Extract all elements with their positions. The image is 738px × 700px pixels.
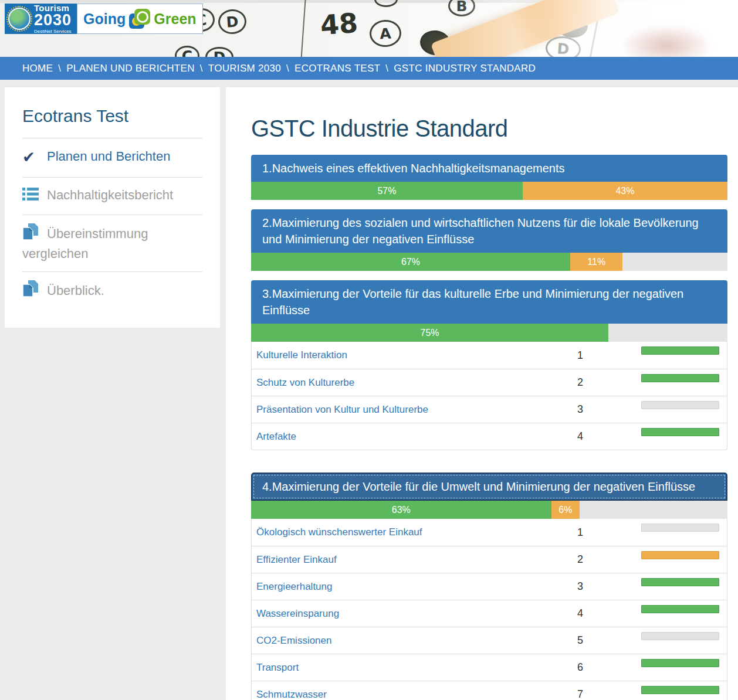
section-nachhaltigkeitsmanagement: 1.Nachweis eines effektiven Nachhaltigke… [251, 155, 727, 200]
section-header[interactable]: 3.Maximierung der Vorteile für das kultu… [251, 280, 727, 324]
section-umwelt: 4.Maximierung der Vorteile für die Umwel… [251, 473, 727, 700]
criterion-number: 1 [545, 526, 615, 539]
breadcrumb-item-ecotrans-test[interactable]: ECOTRANS TEST [294, 63, 380, 74]
sidebar: Ecotrans Test ✔Planen und Berichten Nach… [5, 87, 220, 328]
criterion-number: 3 [545, 580, 615, 593]
table-row: Effizienter Einkauf 2 [252, 546, 727, 573]
going-green-logo[interactable]: Going Green [77, 4, 202, 34]
status-bar [641, 401, 719, 409]
criterion-number: 1 [545, 349, 615, 362]
sidebar-item-nachhaltigkeitsbericht[interactable]: Nachhaltigkeitsbericht [22, 177, 202, 215]
table-row: Ökologisch wünschenswerter Einkauf 1 [252, 519, 727, 546]
going-green-icon [129, 8, 150, 29]
green-label: Green [154, 11, 196, 28]
progress-segment-orange: 43% [523, 182, 727, 200]
criterion-number: 6 [545, 661, 615, 674]
criterion-link[interactable]: Energieerhaltung [252, 581, 545, 593]
progress-segment-green: 67% [251, 253, 570, 271]
criterion-link[interactable]: Artefakte [252, 431, 545, 443]
criterion-link[interactable]: Präsentation von Kultur und Kulturerbe [252, 404, 545, 416]
criterion-link[interactable]: Kulturelle Interaktion [252, 349, 545, 361]
criterion-number: 5 [545, 634, 615, 647]
table-row: Schutz von Kulturerbe 2 [252, 369, 727, 396]
criteria-table: Kulturelle Interaktion 1 Schutz von Kult… [251, 342, 727, 450]
table-row: Schmutzwasser 7 [252, 681, 727, 700]
criterion-number: 7 [545, 688, 615, 700]
progress-segment-green: 75% [251, 324, 608, 342]
progress-segment-green: 63% [251, 501, 551, 519]
criterion-number: 4 [545, 430, 615, 443]
criterion-number: 2 [545, 376, 615, 389]
criterion-link[interactable]: Wassereinsparung [252, 608, 545, 620]
criterion-link[interactable]: Effizienter Einkauf [252, 554, 545, 566]
globe-icon [8, 8, 31, 30]
criterion-link[interactable]: Transport [252, 662, 545, 674]
section-sozialer-nutzen: 2.Maximierung des sozialen und wirtschaf… [251, 209, 727, 271]
table-row: CO2-Emissionen 5 [252, 627, 727, 654]
sidebar-item-label: Nachhaltigkeitsbericht [47, 188, 173, 202]
sidebar-item-label: Überblick. [47, 283, 104, 298]
progress-segment-green: 57% [251, 182, 523, 200]
progress-bar: 57% 43% [251, 182, 727, 200]
criterion-number: 2 [545, 553, 615, 566]
progress-segment-orange: 6% [551, 501, 580, 519]
sidebar-item-planen-und-berichten[interactable]: ✔Planen und Berichten [22, 138, 202, 177]
gg-green-globe [134, 9, 150, 25]
progress-bar: 63% 6% [251, 501, 727, 519]
progress-bar: 67% 11% [251, 253, 727, 271]
status-bar [641, 428, 719, 436]
status-bar [641, 578, 719, 586]
breadcrumb-item-planen-und-berichten[interactable]: PLANEN UND BERICHTEN [66, 63, 195, 74]
table-row: Wassereinsparung 4 [252, 600, 727, 627]
status-bar [641, 659, 719, 667]
status-bar [641, 632, 719, 640]
page-title: GSTC Industrie Standard [251, 115, 727, 142]
breadcrumb-separator: \ [385, 63, 388, 74]
section-header[interactable]: 2.Maximierung des sozialen und wirtschaf… [251, 209, 727, 253]
status-bar [641, 524, 719, 532]
progress-segment-orange: 11% [570, 253, 622, 271]
table-row: Artefakte 4 [252, 423, 727, 450]
progress-bar: 75% [251, 324, 727, 342]
copy-icon [22, 223, 42, 245]
status-bar [641, 374, 719, 382]
table-row: Präsentation von Kultur und Kulturerbe 3 [252, 396, 727, 423]
main-content: GSTC Industrie Standard 1.Nachweis eines… [226, 87, 738, 700]
sidebar-item-uebereinstimmung-vergleichen[interactable]: Übereinstimmung vergleichen [22, 215, 202, 272]
criterion-link[interactable]: Schmutzwasser [252, 689, 545, 700]
status-bar [641, 605, 719, 613]
sidebar-title: Ecotrans Test [22, 106, 202, 126]
table-row: Kulturelle Interaktion 1 [252, 342, 727, 369]
breadcrumb-separator: \ [200, 63, 203, 74]
criterion-number: 4 [545, 607, 615, 620]
sidebar-item-ueberblick[interactable]: Überblick. [22, 271, 202, 310]
status-bar [641, 686, 719, 694]
section-header[interactable]: 1.Nachweis eines effektiven Nachhaltigke… [251, 155, 727, 182]
section-header[interactable]: 4.Maximierung der Vorteile für die Umwel… [251, 473, 727, 501]
tourism-2030-logo[interactable]: Tourism 2030 DestiNet Services [5, 4, 77, 34]
copy-icon [22, 280, 42, 302]
breadcrumb-item-tourism-2030[interactable]: TOURISM 2030 [208, 63, 281, 74]
table-row: Energieerhaltung 3 [252, 573, 727, 600]
logo-subtitle: DestiNet Services [34, 29, 72, 34]
criteria-table: Ökologisch wünschenswerter Einkauf 1 Eff… [251, 519, 727, 700]
table-row: Transport 6 [252, 654, 727, 681]
status-bar [641, 346, 719, 355]
criterion-link[interactable]: CO2-Emissionen [252, 635, 545, 647]
breadcrumb-separator: \ [286, 63, 289, 74]
breadcrumb-separator: \ [58, 63, 61, 74]
criterion-link[interactable]: Schutz von Kulturerbe [252, 377, 545, 389]
breadcrumb: HOME \ PLANEN UND BERICHTEN \ TOURISM 20… [0, 57, 738, 80]
check-icon: ✔ [22, 147, 42, 169]
breadcrumb-item-gstc-industry-standard[interactable]: GSTC INDUSTRY STANDARD [394, 63, 536, 74]
logo-year: 2030 [34, 12, 72, 28]
criterion-number: 3 [545, 403, 615, 416]
site-logo[interactable]: Tourism 2030 DestiNet Services Going Gre… [5, 4, 203, 34]
section-kulturelles-erbe: 3.Maximierung der Vorteile für das kultu… [251, 280, 727, 450]
breadcrumb-item-home[interactable]: HOME [22, 63, 53, 74]
going-label: Going [83, 11, 126, 28]
list-icon [22, 187, 42, 206]
status-bar [641, 551, 719, 559]
sidebar-item-label: Planen und Berichten [47, 149, 170, 164]
criterion-link[interactable]: Ökologisch wünschenswerter Einkauf [252, 526, 545, 538]
